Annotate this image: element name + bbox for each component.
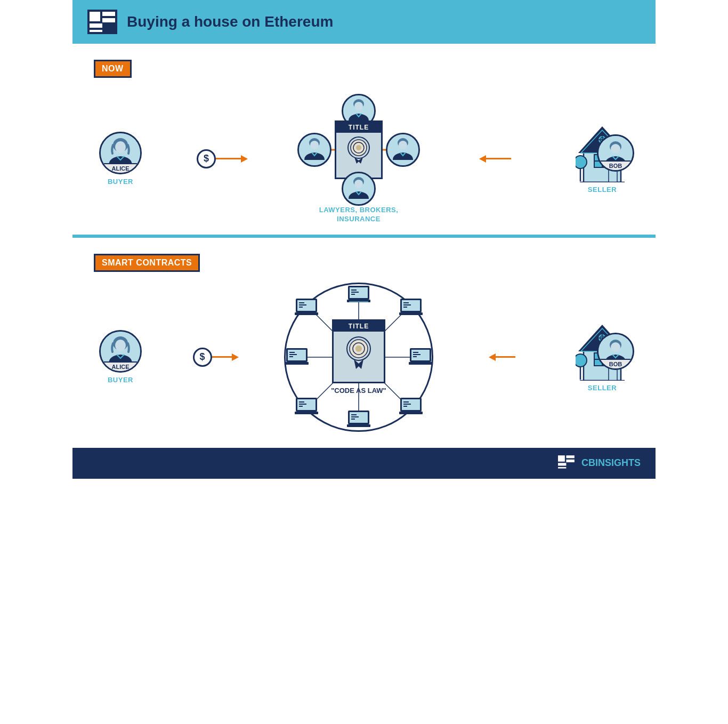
svg-point-15 xyxy=(354,102,363,110)
svg-point-8 xyxy=(115,141,126,153)
sc-arrow-head xyxy=(232,353,239,361)
sc-middle-to-seller-arrow xyxy=(475,356,534,358)
sc-alice-avatar: ALICE xyxy=(99,330,142,373)
alice-name-tag: ALICE xyxy=(101,163,140,173)
footer-cb: CB xyxy=(581,457,595,468)
svg-rect-133 xyxy=(558,467,566,469)
laptop-top-left xyxy=(295,297,318,318)
sc-bob-name-tag: BOB xyxy=(598,359,633,368)
sc-arrow-line xyxy=(212,356,233,358)
page-title: Buying a house on Ethereum xyxy=(127,13,333,30)
svg-rect-92 xyxy=(347,424,370,427)
svg-rect-98 xyxy=(295,412,318,414)
laptop-topleft-icon xyxy=(295,297,318,316)
footer-logo-icon xyxy=(558,455,577,471)
laptop-left xyxy=(285,347,309,367)
sc-bob-avatar: BOB xyxy=(597,333,634,370)
now-section: NOW ALIC xyxy=(72,44,656,235)
svg-point-25 xyxy=(399,141,407,149)
smart-contracts-badge: SMART CONTRACTS xyxy=(94,254,200,272)
diamond-layout: TITLE xyxy=(297,94,420,206)
sc-buyer-actor: ALICE BUYER xyxy=(99,330,142,384)
svg-point-48 xyxy=(115,340,126,351)
buyer-actor: ALICE BUYER xyxy=(99,132,142,186)
sc-seller-house-group: BOB xyxy=(576,322,629,381)
buyer-label: BUYER xyxy=(108,178,133,186)
svg-rect-130 xyxy=(566,455,574,458)
svg-rect-4 xyxy=(90,23,102,28)
sc-seller-label: SELLER xyxy=(588,384,617,392)
laptop-top-icon xyxy=(347,285,370,303)
svg-rect-86 xyxy=(399,412,423,414)
bob-name-tag: BOB xyxy=(598,160,633,170)
sc-left-arrow-head xyxy=(489,353,496,361)
lawyer-left-avatar xyxy=(297,133,331,167)
svg-rect-2 xyxy=(102,12,115,16)
laptop-left-icon xyxy=(285,347,309,365)
laptop-top xyxy=(347,285,370,305)
footer-logo-text: CBINSIGHTS xyxy=(581,457,641,469)
svg-rect-131 xyxy=(566,460,574,462)
middle-to-seller-arrow xyxy=(466,158,530,159)
lawyer-right-icon xyxy=(387,134,418,165)
lawyer-right-avatar xyxy=(386,133,420,167)
svg-rect-110 xyxy=(295,312,318,315)
now-badge: NOW xyxy=(94,60,132,78)
sc-dollar-icon: $ xyxy=(193,348,212,367)
lawyer-bottom-icon xyxy=(343,173,374,204)
svg-rect-129 xyxy=(558,455,565,462)
sc-buyer-label: BUYER xyxy=(108,376,133,384)
svg-point-22 xyxy=(356,145,361,150)
arrow-line-left-side xyxy=(484,158,511,159)
dollar-icon: $ xyxy=(197,149,216,168)
laptop-bottomright-icon xyxy=(399,397,423,415)
title-doc-center: TITLE xyxy=(335,120,383,179)
svg-point-28 xyxy=(354,180,363,188)
title-document: TITLE xyxy=(335,120,383,179)
svg-rect-68 xyxy=(349,301,368,302)
laptop-bottom-icon xyxy=(347,409,370,428)
alice-avatar: ALICE xyxy=(99,132,142,174)
footer-insights: INSIGHTS xyxy=(595,457,641,468)
seller-house-group: BOB xyxy=(576,124,629,182)
smart-contracts-section: SMART CONTRACTS ALICE BUYER $ xyxy=(72,238,656,443)
sc-bob-avatar-wrap: BOB xyxy=(597,333,634,370)
svg-point-60 xyxy=(355,345,362,352)
bob-avatar-wrap: BOB xyxy=(597,134,634,172)
header: Buying a house on Ethereum xyxy=(72,0,656,44)
cbinsights-logo-icon xyxy=(87,10,117,34)
svg-point-124 xyxy=(576,354,587,367)
sc-title-label: TITLE xyxy=(334,321,384,332)
middle-cluster: TITLE xyxy=(297,94,420,224)
code-as-law-label: "CODE AS LAW" xyxy=(331,387,386,395)
network-ring-container: TITLE "CODE AS LAW" xyxy=(284,283,433,432)
arrow-head-left xyxy=(479,155,486,163)
laptop-topright-icon xyxy=(399,297,423,316)
bob-avatar: BOB xyxy=(597,134,634,172)
buyer-to-middle-arrow: $ xyxy=(188,149,252,168)
sc-title-document: TITLE xyxy=(332,319,385,383)
sc-left-arrow-line xyxy=(494,356,515,358)
laptop-right-icon xyxy=(409,347,432,365)
lawyer-right xyxy=(386,133,420,167)
svg-rect-1 xyxy=(90,12,100,21)
svg-rect-74 xyxy=(399,312,423,315)
lawyer-bottom xyxy=(342,172,376,206)
smart-contracts-diagram-row: ALICE BUYER $ xyxy=(94,283,634,432)
laptop-bottom-right xyxy=(399,397,423,417)
arrow-line-right xyxy=(216,158,242,159)
svg-rect-80 xyxy=(409,362,432,365)
middle-label: LAWYERS, BROKERS, INSURANCE xyxy=(319,206,399,224)
title-doc-label: TITLE xyxy=(336,122,381,133)
sc-alice-name-tag: ALICE xyxy=(101,361,140,371)
sc-title-seal-icon xyxy=(340,332,377,374)
lawyer-left xyxy=(297,133,331,167)
laptop-bottom xyxy=(347,409,370,430)
arrow-head-right xyxy=(241,155,248,163)
laptop-bottom-left xyxy=(295,397,318,417)
sc-buyer-arrow: $ xyxy=(184,348,242,367)
network-cluster: TITLE "CODE AS LAW" xyxy=(284,283,433,432)
svg-point-127 xyxy=(611,342,620,352)
now-diagram-row: ALICE BUYER $ xyxy=(94,94,634,224)
laptop-right xyxy=(409,347,432,367)
